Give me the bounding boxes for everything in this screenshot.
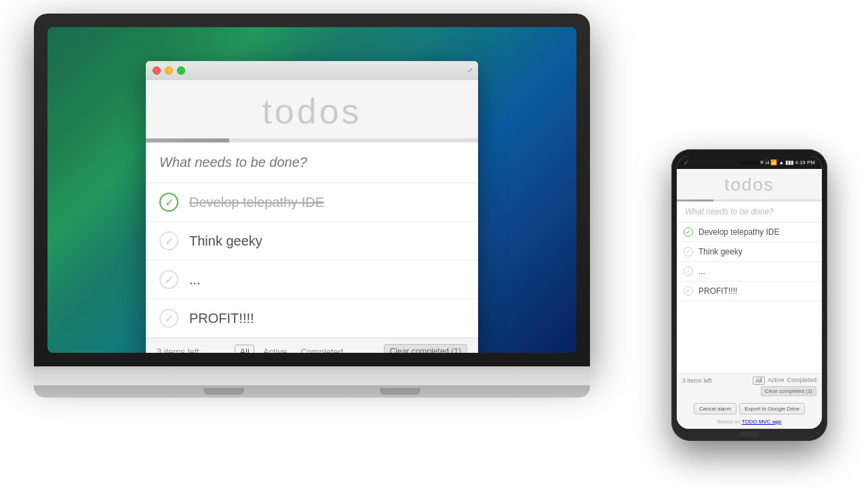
traffic-maximize-button[interactable] — [177, 66, 185, 75]
phone-clear-completed-button[interactable]: Clear completed (1) — [761, 386, 816, 396]
list-item: ✓ Develop telepathy IDE — [677, 223, 822, 242]
phone-check-4[interactable]: ✓ — [684, 286, 693, 296]
traffic-minimize-button[interactable] — [165, 66, 173, 75]
todo-label-2: Think geeky — [189, 233, 262, 249]
phone-app-title: todos — [677, 169, 822, 199]
todo-label-1: Develop telepathy IDE — [189, 195, 324, 210]
signal-icon: 📶 — [770, 159, 777, 166]
todo-check-3[interactable] — [159, 270, 178, 289]
todo-check-1[interactable] — [159, 193, 178, 212]
macbook-bottom — [34, 366, 590, 387]
macbook: ⤢ todos — [34, 14, 590, 475]
traffic-close-button[interactable] — [153, 66, 161, 75]
phone-todo-footer: 3 items left All Active Completed Clear … — [677, 373, 822, 399]
desktop-todo-footer: 3 items left All Active Completed Clear … — [146, 338, 478, 353]
list-item: ✓ Think geeky — [677, 242, 822, 262]
phone-body: ✓ ✳ N 📶 ▲ ▮▮▮ 4:19 PM todos — [671, 149, 827, 441]
table-row: Develop telepathy IDE — [146, 183, 478, 222]
scene: ⤢ todos — [0, 0, 868, 498]
table-row: ... — [146, 261, 478, 299]
macbook-foot-left — [203, 388, 244, 395]
table-row: Think geeky — [146, 222, 478, 261]
phone-attribution: Based on TODO MVC app — [677, 419, 822, 429]
desktop-new-todo-input[interactable] — [146, 142, 478, 183]
todo-check-2[interactable] — [159, 231, 178, 250]
phone-todo-list: ✓ Develop telepathy IDE ✓ Think geeky ✓ … — [677, 223, 822, 373]
time-display: 4:19 PM — [795, 159, 815, 166]
phone-check-2[interactable]: ✓ — [684, 247, 693, 256]
macbook-screen-bezel: ⤢ todos — [47, 27, 576, 353]
smartphone: ✓ ✳ N 📶 ▲ ▮▮▮ 4:19 PM todos — [671, 149, 827, 441]
phone-speaker — [739, 161, 760, 164]
phone-home-button[interactable] — [739, 432, 760, 437]
list-item: ✓ ... — [677, 262, 822, 282]
phone-clear-container: Clear completed (1) — [682, 386, 816, 396]
todo-check-4[interactable] — [159, 309, 178, 328]
phone-todo-label-4: PROFIT!!!! — [698, 286, 737, 296]
phone-todo-app: todos What needs to be done? ✓ Develop t… — [677, 169, 822, 429]
desktop-app-title: todos — [146, 80, 478, 138]
window-expand-icon[interactable]: ⤢ — [467, 66, 473, 74]
bluetooth-icon: ✳ — [760, 159, 764, 166]
phone-export-button[interactable]: Export to Google Drive — [739, 403, 805, 415]
filter-completed-button[interactable]: Completed — [296, 345, 348, 353]
filter-active-button[interactable]: Active — [258, 345, 292, 353]
phone-check-1[interactable]: ✓ — [684, 227, 693, 237]
phone-check-3[interactable]: ✓ — [684, 267, 693, 276]
phone-filter-group: All Active Completed — [753, 377, 816, 385]
phone-notification-icon: ✓ — [684, 159, 689, 166]
phone-new-todo[interactable]: What needs to be done? — [677, 202, 822, 223]
desktop-items-left: 3 items left — [157, 347, 199, 353]
phone-alarm-button[interactable]: Cancel alarm — [694, 403, 736, 415]
wifi-icon: ▲ — [778, 159, 784, 166]
list-item: ✓ PROFIT!!!! — [677, 282, 822, 301]
phone-todo-label-3: ... — [698, 267, 705, 276]
macbook-feet — [34, 385, 590, 398]
desktop-todo-list: Develop telepathy IDE Think geeky ... — [146, 183, 478, 338]
battery-icon: ▮▮▮ — [785, 159, 793, 166]
phone-filter-completed[interactable]: Completed — [787, 377, 816, 385]
filter-all-button[interactable]: All — [235, 345, 254, 353]
phone-items-left: 3 items left — [682, 377, 712, 384]
clear-completed-button[interactable]: Clear completed (1) — [384, 344, 467, 353]
window-titlebar: ⤢ — [146, 61, 478, 80]
phone-footer-top: 3 items left All Active Completed — [682, 377, 816, 385]
phone-camera — [764, 159, 768, 162]
phone-filter-active[interactable]: Active — [768, 377, 785, 385]
phone-filter-all[interactable]: All — [753, 377, 765, 385]
todo-window-desktop: ⤢ todos — [146, 61, 478, 353]
desktop-filter-group: All Active Completed — [235, 345, 348, 353]
todo-label-4: PROFIT!!!! — [189, 311, 254, 326]
phone-todo-label-1: Develop telepathy IDE — [698, 227, 779, 237]
phone-attribution-link[interactable]: TODO MVC app — [742, 419, 782, 425]
phone-screen: ✓ ✳ N 📶 ▲ ▮▮▮ 4:19 PM todos — [677, 156, 822, 429]
phone-input-placeholder: What needs to be done? — [685, 207, 774, 216]
phone-attribution-text: Based on — [717, 419, 742, 425]
macbook-wallpaper: ⤢ todos — [47, 27, 576, 353]
macbook-body: ⤢ todos — [34, 14, 590, 366]
table-row: PROFIT!!!! — [146, 299, 478, 338]
phone-action-buttons: Cancel alarm Export to Google Drive — [677, 399, 822, 419]
todo-label-3: ... — [189, 272, 201, 288]
phone-todo-label-2: Think geeky — [698, 247, 743, 256]
macbook-foot-right — [380, 388, 420, 395]
